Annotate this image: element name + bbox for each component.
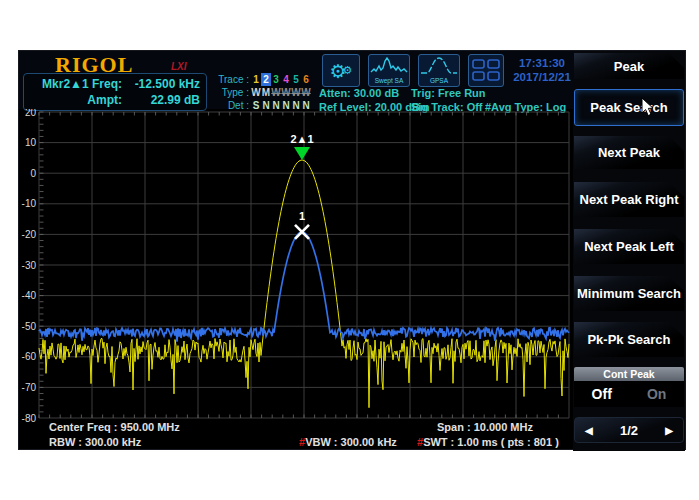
softkey-next-peak-right[interactable]: Next Peak Right	[574, 182, 684, 217]
swept-sa-mode-button[interactable]: Swept SA	[368, 54, 410, 87]
marker-delta-ampt-label: Ampt:	[30, 92, 122, 108]
cont-peak-options: OffOn	[574, 381, 684, 407]
vbw-readout: #VBW : 300.00 kHz	[299, 436, 397, 448]
softkey-next-peak-left[interactable]: Next Peak Left	[574, 229, 684, 264]
legend-label: Type :	[211, 86, 249, 99]
trace-4-type[interactable]: W	[281, 86, 291, 99]
legend-label: Trace :	[211, 73, 249, 86]
marker-delta-ampt-value: 22.99 dB	[122, 92, 200, 108]
header-bar: RIGOL LXI Mkr2▲1 Freq: -12.500 kHz Ampt:…	[19, 51, 575, 109]
y-axis-tick-label: 0	[30, 168, 36, 179]
softkey-minimum-search[interactable]: Minimum Search	[574, 276, 684, 311]
pager-next-icon[interactable]: ▶	[665, 425, 673, 436]
marker-delta-freq-label: Mkr2▲1 Freq:	[30, 76, 122, 92]
mouse-cursor-icon	[641, 97, 655, 117]
softkey-peak-search[interactable]: Peak Search	[574, 89, 684, 126]
date-display: 2017/12/21	[506, 70, 578, 84]
marker2-triangle-icon	[294, 147, 310, 160]
trace-5-indicator[interactable]: 5	[291, 73, 301, 86]
cont-peak-off-option[interactable]: Off	[592, 386, 612, 402]
softkey-cont-peak[interactable]: Cont PeakOffOn	[574, 367, 684, 407]
trig-readout: Trig: Free Run	[411, 87, 486, 99]
trace-6-type[interactable]: W	[301, 86, 311, 99]
marker-readout-panel: Mkr2▲1 Freq: -12.500 kHz Ampt: 22.99 dB	[23, 73, 207, 111]
trace-6-indicator[interactable]: 6	[301, 73, 311, 86]
trace-5-type[interactable]: W	[291, 86, 301, 99]
swept-sa-icon	[369, 55, 409, 75]
marker1-label: 1	[299, 210, 305, 222]
time-display: 17:31:30	[506, 56, 578, 70]
trace-1-indicator[interactable]: 1	[251, 73, 261, 86]
gpsa-mode-button[interactable]: GPSA	[418, 54, 460, 87]
trace-1-type[interactable]: W	[251, 86, 261, 99]
gear-icon: ⚙⚙	[330, 61, 353, 82]
trace-numbers-row: Trace :123456	[211, 73, 321, 86]
y-axis-tick-label: -40	[22, 290, 37, 301]
y-axis-tick-label: -30	[22, 260, 37, 271]
trace-3-type[interactable]: W	[271, 86, 281, 99]
softkey-peak[interactable]: Peak	[574, 53, 684, 79]
rbw-readout: RBW : 300.00 kHz	[49, 436, 141, 448]
y-axis-tick-label: -20	[22, 229, 37, 240]
y-axis-tick-label: 20	[25, 109, 37, 118]
y-axis-tick-label: -10	[22, 198, 37, 209]
gpsa-icon	[419, 55, 459, 75]
y-axis-tick-label: -60	[22, 351, 37, 362]
swept-sa-label: Swept SA	[369, 77, 409, 84]
trace-type-row: Type :WMWWWW	[211, 86, 321, 99]
softkey-menu: PeakPeak SearchNext PeakNext Peak RightN…	[573, 51, 685, 451]
menu-pager: ◀1/2▶	[574, 417, 684, 443]
marker-delta-freq-value: -12.500 kHz	[122, 76, 200, 92]
y-axis-tick-label: -80	[22, 413, 37, 424]
span-readout: Span : 10.000 MHz	[437, 421, 533, 433]
system-setup-button[interactable]: ⚙⚙	[322, 54, 360, 87]
trace-3-indicator[interactable]: 3	[271, 73, 281, 86]
pager-prev-icon[interactable]: ◀	[585, 425, 593, 436]
cont-peak-on-option[interactable]: On	[647, 386, 666, 402]
atten-readout: Atten: 30.00 dB	[319, 87, 399, 99]
marker2-delta-label: 2▲1	[290, 133, 313, 145]
y-axis-tick-label: 10	[25, 137, 37, 148]
trace-2-indicator[interactable]: 2	[261, 73, 271, 86]
display-layout-button[interactable]	[468, 54, 504, 87]
pager-page-label: 1/2	[620, 423, 638, 438]
spectrum-display: 20100-10-20-30-40-50-60-70-8012▲1	[19, 109, 577, 425]
trace-2-type[interactable]: M	[261, 86, 271, 99]
gpsa-label: GPSA	[419, 77, 459, 84]
lxi-logo: LXI	[171, 61, 187, 72]
display-layout-icon	[471, 58, 501, 84]
swt-readout: #SWT : 1.00 ms ( pts : 801 )	[417, 436, 559, 448]
softkey-pk-pk-search[interactable]: Pk-Pk Search	[574, 322, 684, 357]
trace-legend: Trace :123456Type :WMWWWWDet :SNNNNN	[211, 73, 321, 113]
cont-peak-title: Cont Peak	[574, 367, 684, 381]
y-axis-tick-label: -70	[22, 382, 37, 393]
center-freq-readout: Center Freq : 950.00 MHz	[49, 421, 180, 433]
y-axis-tick-label: -50	[22, 321, 37, 332]
softkey-next-peak[interactable]: Next Peak	[574, 136, 684, 169]
clock: 17:31:30 2017/12/21	[506, 56, 578, 84]
analyzer-screen: RIGOL LXI Mkr2▲1 Freq: -12.500 kHz Ampt:…	[18, 50, 686, 450]
trace-4-indicator[interactable]: 4	[281, 73, 291, 86]
